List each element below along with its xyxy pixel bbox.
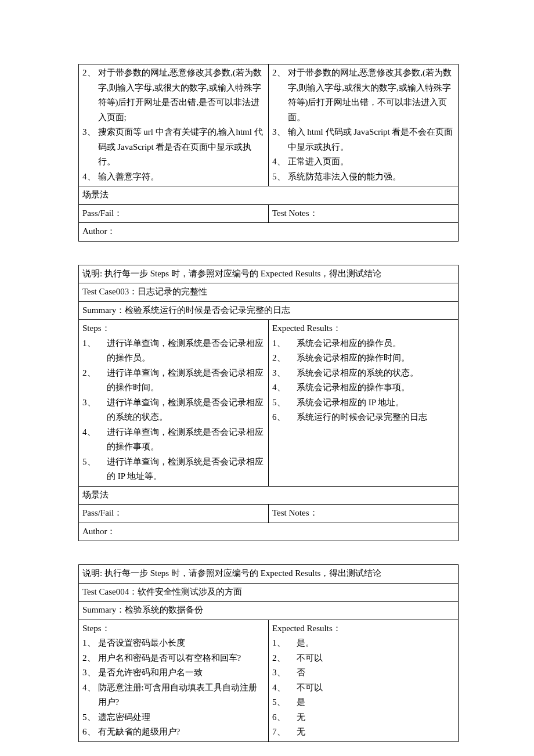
list-item: 1、系统会记录相应的操作员。	[272, 336, 454, 351]
list-text: 不可以	[297, 651, 454, 666]
list-text: 系统会记录相应的操作时间。	[297, 351, 454, 366]
caseid-cell: Test Case003：日志记录的完整性	[79, 283, 459, 302]
list-number: 2、	[272, 651, 297, 666]
list-number: 7、	[272, 725, 297, 740]
list-number: 1、	[82, 636, 98, 651]
list-text: 进行详单查询，检测系统是否会记录相应的 IP 地址等。	[107, 455, 265, 484]
list-item: 5、遗忘密码处理	[82, 710, 265, 725]
list-item: 2、用户名和密码是否可以有空格和回车?	[82, 651, 265, 666]
list-number: 6、	[272, 410, 297, 425]
passfail-cell: Pass/Fail：	[79, 505, 269, 523]
table-row: 场景法	[79, 186, 459, 205]
list-text: 不可以	[297, 681, 454, 696]
list-text: 是	[297, 695, 454, 710]
list-text: 有无缺省的超级用户?	[98, 725, 265, 740]
list-item: 4、系统会记录相应的操作事项。	[272, 380, 454, 395]
list-number: 3、	[82, 125, 98, 140]
list-number: 4、	[272, 380, 297, 395]
list-item: 5、是	[272, 695, 454, 710]
list-item: 6、有无缺省的超级用户?	[82, 725, 265, 740]
expected-results-label: Expected Results：	[272, 621, 454, 636]
list-text: 是否设置密码最小长度	[98, 636, 265, 651]
list-text: 系统会记录相应的 IP 地址。	[297, 395, 454, 411]
list-number: 3、	[82, 665, 98, 681]
method-cell: 场景法	[79, 186, 459, 205]
list-text: 进行详单查询，检测系统是否会记录相应的操作员。	[107, 336, 265, 366]
list-number: 2、	[82, 66, 98, 81]
list-number: 3、	[82, 395, 107, 411]
list-number: 6、	[272, 710, 297, 725]
table-row: Summary：检验系统运行的时候是否会记录完整的日志	[79, 301, 459, 320]
list-item: 6、无	[272, 710, 454, 725]
passfail-cell: Pass/Fail：	[79, 204, 269, 223]
expected-results-label: Expected Results：	[272, 321, 454, 336]
expected-cell: Expected Results：1、是。2、不可以3、否4、不可以5、是6、无…	[269, 620, 459, 741]
list-text: 是。	[297, 636, 454, 651]
list-item: 6、系统运行的时候会记录完整的日志	[272, 410, 454, 425]
list-text: 搜索页面等 url 中含有关键字的,输入html 代码或 JavaScript …	[98, 125, 265, 170]
list-text: 系统会记录相应的操作事项。	[297, 380, 454, 395]
list-item: 1、是否设置密码最小长度	[82, 636, 265, 651]
testnotes-cell: Test Notes：	[269, 204, 459, 223]
testcase-table-3: 说明: 执行每一步 Steps 时，请参照对应编号的 Expected Resu…	[78, 564, 459, 742]
list-number: 3、	[272, 125, 288, 140]
list-item: 4、进行详单查询，检测系统是否会记录相应的操作事项。	[82, 425, 265, 455]
list-number: 1、	[272, 636, 297, 651]
list-text: 是否允许密码和用户名一致	[98, 665, 265, 681]
list-number: 5、	[82, 455, 107, 470]
list-item: 4、正常进入页面。	[272, 154, 454, 170]
steps-cell: 2、对于带参数的网址,恶意修改其参数,(若为数字,则输入字母,或很大的数字,或输…	[79, 64, 269, 186]
table-row: 说明: 执行每一步 Steps 时，请参照对应编号的 Expected Resu…	[79, 265, 459, 283]
list-item: 4、不可以	[272, 681, 454, 696]
list-text: 输入善意字符。	[98, 170, 265, 185]
steps-label: Steps：	[82, 621, 265, 636]
list-item: 2、系统会记录相应的操作时间。	[272, 351, 454, 366]
steps-cell: Steps：1、进行详单查询，检测系统是否会记录相应的操作员。2、进行详单查询，…	[79, 320, 269, 487]
table-row: Author：	[79, 523, 459, 541]
summary-cell: Summary：检验系统的数据备份	[79, 602, 459, 620]
table-row: Summary：检验系统的数据备份	[79, 602, 459, 620]
testnotes-cell: Test Notes：	[269, 505, 459, 523]
table-row: Author：	[79, 223, 459, 242]
testcase-table-2: 说明: 执行每一步 Steps 时，请参照对应编号的 Expected Resu…	[78, 265, 459, 542]
list-number: 1、	[272, 336, 297, 351]
list-item: 5、进行详单查询，检测系统是否会记录相应的 IP 地址等。	[82, 455, 265, 484]
list-item: 7、无	[272, 725, 454, 740]
table-row: Test Case003：日志记录的完整性	[79, 283, 459, 302]
list-text: 系统会记录相应的系统的状态。	[297, 366, 454, 381]
list-text: 无	[297, 710, 454, 725]
list-text: 否	[297, 665, 454, 681]
list-text: 系统会记录相应的操作员。	[297, 336, 454, 351]
list-number: 5、	[82, 710, 98, 725]
document-page: 2、对于带参数的网址,恶意修改其参数,(若为数字,则输入字母,或很大的数字,或输…	[0, 0, 534, 756]
list-number: 4、	[82, 681, 98, 696]
list-number: 4、	[82, 425, 107, 440]
list-item: 2、不可以	[272, 651, 454, 666]
list-text: 防恶意注册:可含用自动填表工具自动注册用户?	[98, 681, 265, 710]
steps-cell: Steps：1、是否设置密码最小长度2、用户名和密码是否可以有空格和回车?3、是…	[79, 620, 269, 741]
list-number: 5、	[272, 695, 297, 710]
note-cell: 说明: 执行每一步 Steps 时，请参照对应编号的 Expected Resu…	[79, 565, 459, 584]
list-text: 系统运行的时候会记录完整的日志	[297, 410, 454, 425]
list-item: 5、系统防范非法入侵的能力强。	[272, 170, 454, 185]
list-item: 2、对于带参数的网址,恶意修改其参数,(若为数字,则输入字母,或很大的数字,或输…	[82, 66, 265, 125]
list-number: 4、	[272, 681, 297, 696]
author-cell: Author：	[79, 223, 459, 242]
list-item: 1、进行详单查询，检测系统是否会记录相应的操作员。	[82, 336, 265, 366]
list-text: 正常进入页面。	[288, 154, 455, 170]
list-number: 4、	[272, 154, 288, 170]
list-number: 6、	[82, 725, 98, 740]
list-number: 5、	[272, 170, 288, 185]
author-cell: Author：	[79, 523, 459, 541]
table-row: Pass/Fail： Test Notes：	[79, 505, 459, 523]
list-text: 进行详单查询，检测系统是否会记录相应的操作事项。	[107, 425, 265, 455]
testcase-table-1: 2、对于带参数的网址,恶意修改其参数,(若为数字,则输入字母,或很大的数字,或输…	[78, 64, 459, 242]
list-number: 2、	[272, 66, 288, 81]
list-number: 3、	[272, 665, 297, 681]
list-item: 4、防恶意注册:可含用自动填表工具自动注册用户?	[82, 681, 265, 710]
list-text: 输入 html 代码或 JavaScript 看是不会在页面中显示或执行。	[288, 125, 455, 154]
list-text: 对于带参数的网址,恶意修改其参数,(若为数字,则输入字母,或很大的数字,或输入特…	[98, 66, 265, 125]
list-number: 2、	[272, 351, 297, 366]
table-row: Steps：1、进行详单查询，检测系统是否会记录相应的操作员。2、进行详单查询，…	[79, 320, 459, 487]
summary-cell: Summary：检验系统运行的时候是否会记录完整的日志	[79, 301, 459, 320]
